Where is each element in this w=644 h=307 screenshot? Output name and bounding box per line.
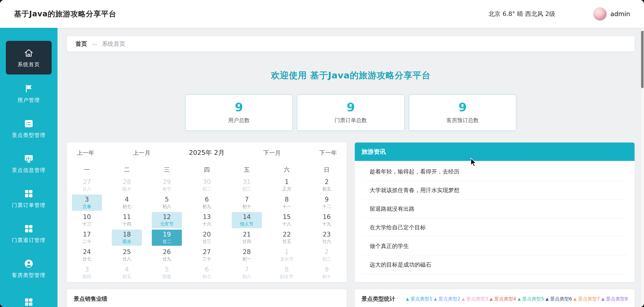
day-number: 17 [83, 231, 91, 238]
sales-chart-card: 景点销售业绩 [67, 289, 347, 307]
legend-item-6[interactable]: ▲景点类型6 [546, 296, 572, 302]
calendar-day-cell[interactable]: 1龙头节 [267, 246, 307, 264]
calendar-weekdays: 一二三四五六日 [67, 166, 347, 174]
monitor-icon [23, 153, 34, 164]
legend-item-8[interactable]: ▲景点类型8 [602, 296, 628, 302]
calendar-day-cell[interactable]: 27三十 [187, 246, 227, 264]
sidebar-item-2[interactable]: 用户管理 [6, 76, 52, 111]
calendar-day-cell[interactable]: 8妇女节 [267, 264, 307, 282]
prev-month-button[interactable]: 上一月 [133, 149, 150, 157]
breadcrumb-home-link[interactable]: 首页 [76, 40, 87, 48]
calendar-day-cell[interactable]: 10十三 [67, 211, 107, 229]
day-lunar: 初二 [202, 186, 211, 192]
calendar-day-cell[interactable]: 23廿六 [307, 229, 347, 246]
legend-item-2[interactable]: ▲景点类型2 [434, 296, 460, 302]
user-avatar[interactable] [593, 7, 607, 21]
sidebar-item-3[interactable]: 景点类型管理 [6, 111, 52, 146]
news-item-2[interactable]: 大学就该抓住青春，用汗水实现梦想 [362, 181, 628, 200]
legend-item-5[interactable]: ▲景点类型5 [518, 296, 544, 302]
day-number: 8 [285, 196, 289, 203]
calendar-day-cell[interactable]: 22廿五 [267, 229, 307, 246]
calendar-day-cell[interactable]: 6初九 [187, 194, 227, 211]
calendar-day-cell[interactable]: 14情人节 [227, 211, 267, 229]
calendar-day-cell[interactable]: 24廿七 [67, 246, 107, 264]
scrollbar-thumb[interactable] [641, 31, 644, 88]
day-number: 21 [243, 231, 251, 238]
legend-label: 景点类型8 [606, 296, 628, 302]
calendar-weekday: 二 [107, 166, 147, 174]
day-lunar: 十四 [122, 221, 131, 227]
calendar-day-cell[interactable]: 28除夕 [107, 176, 147, 194]
breadcrumb: 首页 — 系统首页 [67, 36, 634, 51]
day-number: 29 [163, 179, 171, 186]
sidebar-item-1[interactable]: 系统首页 [6, 41, 52, 74]
scrollbar[interactable] [640, 28, 644, 307]
calendar-day-cell[interactable]: 5惊蛰 [147, 264, 187, 282]
day-lunar: 初九 [202, 204, 211, 209]
calendar-day-cell[interactable]: 28初一 [227, 246, 267, 264]
day-lunar: 初三 [322, 256, 331, 262]
news-item-1[interactable]: 趁着年轻，输得起，看得开，去经历 [362, 162, 628, 181]
calendar-day-cell[interactable]: 13十六 [187, 211, 227, 229]
calendar-day-cell[interactable]: 2初三 [307, 246, 347, 264]
calendar-day-cell[interactable]: 17二十 [67, 229, 107, 246]
news-item-6[interactable]: 远大的目标是成功的磁石 [362, 255, 628, 274]
news-item-4[interactable]: 在大学给自己定个目标 [362, 218, 628, 237]
day-number: 2 [325, 249, 329, 256]
calendar-day-cell[interactable]: 29春节 [147, 176, 187, 194]
next-year-button[interactable]: 下一年 [319, 149, 337, 157]
day-lunar: 除夕 [122, 186, 131, 192]
calendar-day-cell[interactable]: 4初七 [107, 194, 147, 211]
sidebar-item-label: 门票退订管理 [12, 237, 46, 244]
day-number: 10 [83, 214, 91, 221]
news-item-3[interactable]: 留退路就没有出路 [362, 200, 628, 218]
calendar-day-cell[interactable]: 2初五 [307, 176, 347, 194]
calendar-day-cell[interactable]: 19廿二 [147, 229, 187, 246]
sidebar-item-6[interactable]: 门票退订管理 [6, 216, 52, 251]
calendar-day-cell[interactable]: 12元宵节 [147, 211, 187, 229]
calendar-day-cell[interactable]: 1正月 [267, 176, 307, 194]
bottom-row: 景点销售业绩 景点类型统计 ▲景点类型1▲景点类型2▲景点类型3▲景点类型4▲景… [67, 289, 634, 307]
calendar-header: 上一年 上一月 2025年 2月 下一月 下一年 [67, 148, 347, 157]
calendar-day-cell[interactable]: 9十二 [307, 194, 347, 211]
username[interactable]: admin [610, 10, 630, 18]
calendar-day-cell[interactable]: 6初七 [187, 264, 227, 282]
calendar-day-cell[interactable]: 30初二 [187, 176, 227, 194]
calendar-day-cell[interactable]: 16十九 [307, 211, 347, 229]
prev-year-button[interactable]: 上一年 [77, 149, 94, 157]
calendar-day-cell[interactable]: 15十八 [267, 211, 307, 229]
calendar-day-cell[interactable]: 9初十 [307, 264, 347, 282]
day-lunar: 春节 [162, 186, 171, 192]
legend-item-7[interactable]: ▲景点类型7 [574, 296, 600, 302]
calendar-day-cell[interactable]: 8十一 [267, 194, 307, 211]
day-number: 19 [163, 231, 171, 238]
next-month-button[interactable]: 下一月 [263, 149, 281, 157]
sidebar-item-4[interactable]: 景点信息管理 [6, 146, 52, 181]
day-number: 12 [163, 214, 171, 221]
calendar-day-cell[interactable]: 7初八 [227, 264, 267, 282]
calendar-day-cell[interactable]: 18雨水 [107, 229, 147, 246]
triangle-marker-icon: ▲ [462, 297, 465, 301]
news-item-5[interactable]: 做个真正的学生 [362, 237, 628, 255]
legend-item-4[interactable]: ▲景点类型4 [490, 296, 516, 302]
calendar-day-cell[interactable]: 21廿四 [227, 229, 267, 246]
legend-item-1[interactable]: ▲景点类型1 [406, 296, 432, 302]
calendar-day-cell[interactable]: 11十四 [107, 211, 147, 229]
day-number: 15 [283, 214, 291, 221]
calendar-day-cell[interactable]: 25廿八 [107, 246, 147, 264]
calendar-day-cell[interactable]: 7初十 [227, 194, 267, 211]
calendar-day-cell[interactable]: 3初四 [67, 264, 107, 282]
calendar-day-cell[interactable]: 20廿三 [187, 229, 227, 246]
calendar-day-cell[interactable]: 4初五 [107, 264, 147, 282]
calendar-day-cell[interactable]: 27廿八 [67, 176, 107, 194]
legend-item-3[interactable]: ▲景点类型3 [462, 296, 488, 302]
sidebar-item-5[interactable]: 门票订单管理 [6, 181, 52, 216]
sales-chart-title: 景点销售业绩 [74, 295, 340, 303]
calendar-day-cell[interactable]: 5初八 [147, 194, 187, 211]
stat-label: 门票订单总数 [334, 117, 367, 124]
calendar-day-cell[interactable]: 3立春 [67, 194, 107, 211]
sidebar-item-8[interactable] [6, 286, 52, 307]
sidebar-item-7[interactable]: 客房类型管理 [6, 251, 52, 286]
calendar-day-cell[interactable]: 26廿九 [147, 246, 187, 264]
calendar-day-cell[interactable]: 31初三 [227, 176, 267, 194]
